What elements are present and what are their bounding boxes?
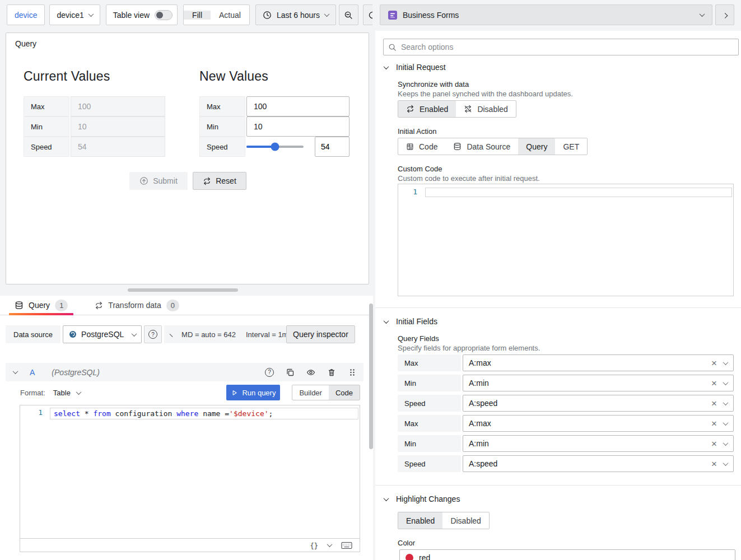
eye-icon[interactable] (306, 368, 315, 377)
collapse-options-button[interactable] (715, 4, 734, 25)
line-number: 1 (398, 184, 425, 296)
sql-keyword: from (93, 409, 115, 418)
trash-icon[interactable] (327, 368, 336, 377)
query-inspector-button[interactable]: Query inspector (286, 325, 355, 343)
transform-count-badge: 0 (166, 300, 179, 311)
code-option[interactable]: Code (329, 385, 360, 400)
current-max-field (71, 96, 165, 116)
chevron-down-icon[interactable] (13, 368, 18, 374)
dashboard-toolbar: device device1 Table view Fill Actual La… (7, 4, 372, 25)
drag-handle-icon[interactable] (348, 368, 357, 377)
run-query-button[interactable]: Run query (226, 385, 280, 400)
clear-icon[interactable]: × (711, 419, 717, 428)
query-options-row[interactable]: MD = auto = 642 Interval = 1m (164, 325, 292, 343)
chevron-down-icon[interactable] (723, 420, 729, 426)
run-query-label: Run query (242, 389, 276, 397)
field-row-select[interactable]: A:max × (463, 354, 734, 371)
custom-code-label: Custom Code (398, 165, 442, 173)
field-row-select[interactable]: A:speed × (463, 395, 734, 412)
code-area[interactable]: select * from configuration where name =… (50, 405, 360, 538)
database-icon (453, 142, 462, 151)
color-swatch-red (406, 554, 413, 560)
variable-label: device (15, 11, 37, 20)
field-row-select[interactable]: A:max × (463, 415, 734, 432)
section-title: Highlight Changes (396, 494, 460, 503)
slider-handle[interactable] (271, 143, 279, 151)
section-initial-request[interactable]: Initial Request (384, 63, 446, 72)
datasource-picker[interactable]: PostgreSQL (63, 325, 142, 343)
panel-type-selector[interactable]: Business Forms (380, 4, 712, 25)
pane-resize-handle[interactable] (128, 288, 238, 292)
sql-line[interactable]: select * from configuration where name =… (50, 408, 358, 419)
builder-option[interactable]: Builder (292, 385, 328, 400)
new-speed-input[interactable] (315, 137, 349, 157)
section-initial-fields[interactable]: Initial Fields (384, 317, 437, 326)
new-max-input[interactable] (246, 96, 349, 116)
current-values-section: Current Values Max Min Speed (24, 69, 165, 157)
sync-enabled-option[interactable]: Enabled (398, 101, 456, 117)
interval-stat: Interval = 1m (246, 330, 288, 339)
color-select[interactable]: red (399, 549, 735, 560)
sql-code-editor[interactable]: 1 select * from configuration where name… (20, 405, 360, 539)
option-label: Code (419, 142, 437, 151)
chevron-down-icon[interactable] (723, 360, 729, 365)
builder-code-segment: Builder Code (292, 385, 360, 400)
sync-disabled-option[interactable]: Disabled (456, 101, 515, 117)
clear-icon[interactable]: × (711, 379, 717, 388)
panel-title: Query (15, 39, 36, 48)
zoom-out-button[interactable] (339, 4, 358, 25)
time-range-picker[interactable]: Last 6 hours (255, 4, 336, 25)
refresh-button[interactable] (363, 4, 372, 25)
chevron-down-icon[interactable] (76, 389, 81, 395)
search-input[interactable] (401, 43, 734, 52)
actual-option[interactable]: Actual (211, 11, 249, 20)
tab-query[interactable]: Query 1 (9, 296, 73, 315)
clear-icon[interactable]: × (711, 358, 717, 368)
chevron-down-icon[interactable] (723, 440, 729, 446)
clear-icon[interactable]: × (711, 459, 717, 469)
highlight-radio-group: Enabled Disabled (398, 512, 490, 529)
clear-icon[interactable]: × (711, 399, 717, 408)
field-row-select[interactable]: A:min × (463, 435, 734, 452)
copy-icon[interactable] (286, 368, 295, 377)
custom-code-editor[interactable]: 1 (398, 184, 734, 296)
empty-code-line[interactable] (425, 188, 732, 197)
field-row-select[interactable]: A:min × (463, 375, 734, 391)
highlight-disabled-option[interactable]: Disabled (442, 512, 488, 529)
keyboard-icon[interactable] (341, 542, 352, 549)
datasource-help-button[interactable] (144, 325, 162, 343)
fill-option[interactable]: Fill (184, 11, 211, 20)
reset-button[interactable]: Reset (193, 172, 246, 190)
action-query-option[interactable]: Query (518, 138, 555, 155)
clear-icon[interactable]: × (711, 439, 717, 449)
section-highlight-changes[interactable]: Highlight Changes (384, 494, 460, 503)
help-icon[interactable] (265, 368, 274, 377)
tab-transform-data[interactable]: Transform data 0 (89, 296, 185, 315)
query-row-header[interactable]: A (PostgreSQL) (6, 363, 363, 381)
action-get-option[interactable]: GET (555, 138, 587, 155)
options-search[interactable] (383, 39, 739, 55)
speed-slider[interactable] (246, 146, 304, 148)
play-icon (231, 389, 238, 396)
chevron-down-icon (324, 11, 330, 17)
action-code-option[interactable]: Code (398, 138, 445, 155)
chevron-down-icon[interactable] (327, 542, 333, 547)
highlight-enabled-option[interactable]: Enabled (398, 512, 442, 529)
current-speed-field (71, 137, 165, 157)
left-pane-scrollbar[interactable] (369, 304, 373, 449)
color-value: red (419, 553, 430, 560)
new-min-input[interactable] (246, 116, 349, 137)
submit-button[interactable]: Submit (129, 172, 188, 190)
curly-braces-icon[interactable] (310, 541, 318, 550)
chevron-down-icon[interactable] (723, 400, 729, 405)
field-row: Speed A:speed × (398, 455, 734, 472)
field-row-select[interactable]: A:speed × (463, 455, 734, 472)
format-row: Format: Table Run query Builder Code (20, 385, 360, 400)
chevron-down-icon[interactable] (723, 460, 729, 466)
table-view-label: Table view (113, 11, 150, 20)
cycle-arrows-slash-icon (464, 105, 472, 113)
chevron-down-icon[interactable] (723, 380, 729, 385)
action-datasource-option[interactable]: Data Source (445, 138, 518, 155)
variable-value-dropdown[interactable]: device1 (49, 4, 100, 25)
table-view-toggle[interactable] (155, 10, 173, 20)
